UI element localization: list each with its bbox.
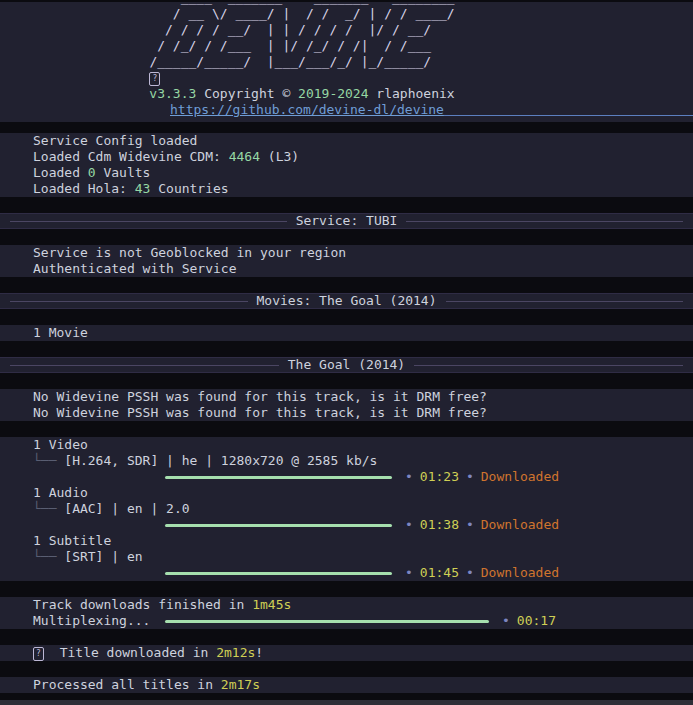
mux-time-value: 00:17 — [517, 613, 556, 629]
section-rule-title: The Goal (2014) — [0, 357, 693, 373]
track-progress-line: • 01:23 • Downloaded — [33, 469, 693, 485]
track-progress-line: • 01:45 • Downloaded — [33, 565, 693, 581]
tree-branch-icon: └── — [33, 549, 64, 564]
track-progress-bar — [165, 524, 392, 527]
cdm-version-value: 4464 — [229, 149, 260, 164]
processed-duration-value: 2m17s — [221, 677, 260, 692]
log-line-auth: Authenticated with Service — [33, 261, 693, 277]
drm-warning-line: No Widevine PSSH was found for this trac… — [33, 389, 693, 405]
missing-glyph-icon: ? — [149, 72, 160, 86]
rule-title-movies: Movies: The Goal (2014) — [257, 293, 437, 309]
title-downloaded-line: ? Title downloaded in 2m12s! — [33, 645, 693, 661]
movie-count-block: 1 Movie — [0, 325, 693, 341]
missing-glyph-line: ? — [149, 70, 454, 86]
copyright-years: 2019-2024 — [298, 86, 368, 101]
download-duration-value: 1m45s — [252, 597, 291, 612]
repo-link-row: https://github.com/devine-dl/devine — [0, 102, 693, 118]
track-item: 1 Subtitle └── [SRT] | en • 01:45 • Down… — [33, 533, 693, 581]
bullet-separator: • — [405, 469, 413, 485]
track-progress-line: • 01:38 • Downloaded — [33, 517, 693, 533]
rule-title-service: Service: TUBI — [296, 213, 398, 229]
section-rule-movies: Movies: The Goal (2014) — [0, 293, 693, 309]
track-status-badge: Downloaded — [481, 565, 559, 581]
bullet-separator: • — [502, 613, 510, 629]
log-line-config: Service Config loaded — [33, 133, 693, 149]
link-underline-extension — [444, 115, 693, 116]
bullet-separator: • — [405, 565, 413, 581]
track-progress-bar — [165, 572, 392, 575]
downloads-finished-line: Track downloads finished in 1m45s — [33, 597, 693, 613]
tree-branch-icon: └── — [33, 453, 64, 468]
multiplexing-label: Multiplexing... — [33, 613, 165, 629]
bullet-separator: • — [466, 517, 474, 533]
github-link[interactable]: https://github.com/devine-dl/devine — [170, 102, 444, 118]
tracks-block: 1 Video └── [H.264, SDR] | he | 1280x720… — [0, 437, 693, 581]
rule-line-right — [446, 301, 684, 302]
log-line-cdm: Loaded Cdm Widevine CDM: 4464 (L3) — [33, 149, 693, 165]
rule-line-right — [414, 365, 683, 366]
track-info-line: └── [H.264, SDR] | he | 1280x720 @ 2585 … — [33, 453, 693, 469]
log-line-hola: Loaded Hola: 43 Countries — [33, 181, 693, 197]
track-info-line: └── [AAC] | en | 2.0 — [33, 501, 693, 517]
processed-line: Processed all titles in 2m17s — [33, 677, 693, 693]
drm-warning-block: No Widevine PSSH was found for this trac… — [0, 389, 693, 421]
hola-count-value: 43 — [135, 181, 151, 196]
track-count-line: 1 Audio — [33, 485, 693, 501]
bullet-separator: • — [466, 565, 474, 581]
track-time-value: 01:23 — [420, 469, 459, 485]
window-bottom-edge — [0, 700, 693, 705]
log-line-geoblock: Service is not Geoblocked in your region — [33, 245, 693, 261]
bullet-separator: • — [405, 517, 413, 533]
track-status-badge: Downloaded — [481, 469, 559, 485]
movie-count: 1 Movie — [33, 325, 693, 341]
track-item: 1 Video └── [H.264, SDR] | he | 1280x720… — [33, 437, 693, 485]
vault-count-value: 0 — [88, 165, 96, 180]
track-count-line: 1 Video — [33, 437, 693, 453]
rule-line-left — [10, 221, 287, 222]
mux-progress-bar — [165, 620, 489, 623]
rule-line-left — [10, 365, 279, 366]
tree-branch-icon: └── — [33, 501, 64, 516]
track-item: 1 Audio └── [AAC] | en | 2.0 • 01:38 • D… — [33, 485, 693, 533]
rule-line-right — [406, 221, 683, 222]
track-time-value: 01:38 — [420, 517, 459, 533]
drm-warning-line: No Widevine PSSH was found for this trac… — [33, 405, 693, 421]
section-rule-service: Service: TUBI — [0, 213, 693, 229]
log-line-vaults: Loaded 0 Vaults — [33, 165, 693, 181]
config-log-block: Service Config loaded Loaded Cdm Widevin… — [0, 133, 693, 197]
title-duration-value: 2m12s — [216, 645, 255, 660]
service-status-block: Service is not Geoblocked in your region… — [0, 245, 693, 277]
mux-block: Track downloads finished in 1m45s Multip… — [0, 597, 693, 629]
processed-block: Processed all titles in 2m17s — [0, 677, 693, 693]
missing-emoji-icon: ? — [33, 647, 44, 661]
bullet-separator: • — [466, 469, 474, 485]
copyright-text: Copyright © — [196, 86, 298, 101]
terminal-output: ____ _______ _______ ________ / __ \/ __… — [0, 0, 693, 705]
title-downloaded-block: ? Title downloaded in 2m12s! — [0, 645, 693, 661]
track-progress-bar — [165, 476, 392, 479]
track-time-value: 01:45 — [420, 565, 459, 581]
track-count-line: 1 Subtitle — [33, 533, 693, 549]
rule-line-left — [10, 301, 248, 302]
track-status-badge: Downloaded — [481, 517, 559, 533]
version-line: v3.3.3 Copyright © 2019-2024 rlaphoenix — [0, 86, 604, 102]
ascii-logo-art: ____ _______ _______ ________ / __ \/ __… — [149, 2, 454, 70]
author-name: rlaphoenix — [369, 86, 455, 101]
track-info-line: └── [SRT] | en — [33, 549, 693, 565]
multiplexing-line: Multiplexing... • 00:17 — [33, 613, 693, 629]
version-number: v3.3.3 — [149, 86, 196, 101]
banner-section: ____ _______ _______ ________ / __ \/ __… — [0, 2, 693, 122]
rule-title-movie-name: The Goal (2014) — [288, 357, 405, 373]
